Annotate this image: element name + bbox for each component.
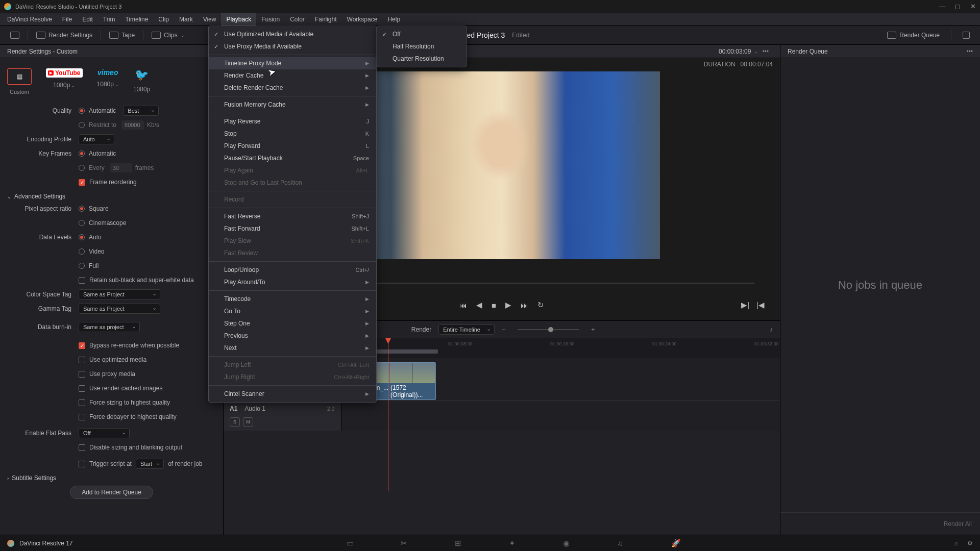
media-page-button[interactable]: ▭ xyxy=(347,539,356,548)
color-page-button[interactable]: ◉ xyxy=(563,539,572,548)
queue-options-button[interactable]: ••• xyxy=(966,45,973,58)
pixel-cinema-radio[interactable] xyxy=(79,220,85,226)
menu-clip[interactable]: Clip xyxy=(153,13,174,26)
menu-next[interactable]: Next▶ xyxy=(209,342,376,354)
home-button[interactable]: ⌂ xyxy=(954,540,958,547)
gamma-tag-select[interactable]: Same as Project xyxy=(79,304,160,314)
menu-play-around[interactable]: Play Around/To▶ xyxy=(209,276,376,288)
quick-export-button[interactable] xyxy=(5,30,24,41)
submenu-off[interactable]: ✓Off xyxy=(377,28,466,40)
menu-previous[interactable]: Previous▶ xyxy=(209,330,376,342)
render-settings-button[interactable]: Render Settings xyxy=(31,30,97,41)
encoding-profile-select[interactable]: Auto xyxy=(79,134,114,144)
keyframes-every-radio[interactable] xyxy=(79,165,85,171)
audio-meter-button[interactable]: ♪ xyxy=(770,326,773,333)
next-clip-button[interactable]: ▶| xyxy=(741,300,749,310)
menu-render-cache[interactable]: Render Cache▶ xyxy=(209,69,376,82)
viewer-options-button[interactable]: ••• xyxy=(758,48,773,55)
menu-stop[interactable]: StopK xyxy=(209,128,376,140)
loop-button[interactable]: ↻ xyxy=(537,300,544,310)
frame-reordering-checkbox[interactable] xyxy=(79,179,85,186)
data-video-radio[interactable] xyxy=(79,248,85,255)
kbps-input[interactable]: 80000 xyxy=(121,120,144,130)
menu-use-proxy[interactable]: ✓Use Proxy Media if Available xyxy=(209,40,376,53)
fusion-page-button[interactable]: ✦ xyxy=(509,539,518,548)
preset-youtube[interactable]: YouTube 1080p⌄ xyxy=(46,68,83,95)
data-auto-radio[interactable] xyxy=(79,234,85,240)
menu-trim[interactable]: Trim xyxy=(98,13,120,26)
trigger-select[interactable]: Start xyxy=(136,459,164,469)
data-burn-select[interactable]: Same as project xyxy=(79,322,140,332)
force-debayer-checkbox[interactable] xyxy=(79,414,85,420)
clips-button[interactable]: Clips⌄ xyxy=(146,30,190,41)
color-space-select[interactable]: Same as Project xyxy=(79,289,160,299)
render-range-select[interactable]: Entire Timeline xyxy=(438,324,495,335)
disable-sizing-checkbox[interactable] xyxy=(79,444,85,451)
minimize-button[interactable]: — xyxy=(939,4,945,10)
menu-playback[interactable]: Playback xyxy=(221,13,256,26)
menu-fusion[interactable]: Fusion xyxy=(256,13,285,26)
prev-clip-button[interactable]: |◀ xyxy=(756,300,765,310)
menu-pause[interactable]: Pause/Start PlaybackSpace xyxy=(209,152,376,164)
cut-page-button[interactable]: ✂ xyxy=(401,539,410,548)
preset-vimeo[interactable]: vimeo 1080p⌄ xyxy=(97,68,119,95)
menu-fast-forward[interactable]: Fast ForwardShift+L xyxy=(209,222,376,235)
use-proxy-checkbox[interactable] xyxy=(79,371,85,378)
use-optimized-checkbox[interactable] xyxy=(79,357,85,363)
menu-mark[interactable]: Mark xyxy=(174,13,198,26)
quality-select[interactable]: Best xyxy=(123,106,159,116)
quality-restrict-radio[interactable] xyxy=(79,122,85,128)
menu-loop[interactable]: Loop/UnloopCtrl+/ xyxy=(209,264,376,276)
stop-button[interactable]: ■ xyxy=(492,301,496,310)
bypass-checkbox[interactable] xyxy=(79,342,85,349)
menu-workspace[interactable]: Workspace xyxy=(342,13,383,26)
use-cached-checkbox[interactable] xyxy=(79,385,85,392)
retain-subblack-checkbox[interactable] xyxy=(79,277,85,284)
edit-page-button[interactable]: ⊞ xyxy=(455,539,464,548)
render-queue-button[interactable]: Render Queue xyxy=(882,30,945,41)
flat-pass-select[interactable]: Off xyxy=(79,428,130,438)
data-full-radio[interactable] xyxy=(79,263,85,269)
menu-davinci[interactable]: DaVinci Resolve xyxy=(2,13,57,26)
playhead[interactable] xyxy=(388,338,388,491)
menu-use-optimized[interactable]: ✓Use Optimized Media if Available xyxy=(209,28,376,40)
zoom-in-button[interactable]: + xyxy=(591,326,595,333)
menu-step-one[interactable]: Step One▶ xyxy=(209,317,376,330)
menu-file[interactable]: File xyxy=(57,13,77,26)
menu-view[interactable]: View xyxy=(198,13,222,26)
trigger-script-checkbox[interactable] xyxy=(79,461,85,467)
menu-play-reverse[interactable]: Play ReverseJ xyxy=(209,115,376,128)
menu-play-forward[interactable]: Play ForwardL xyxy=(209,140,376,152)
menu-edit[interactable]: Edit xyxy=(77,13,98,26)
menu-delete-cache[interactable]: Delete Render Cache▶ xyxy=(209,82,376,94)
play-button[interactable]: ▶ xyxy=(505,300,511,310)
step-back-button[interactable]: ◀ xyxy=(476,300,482,310)
fairlight-page-button[interactable]: ♫ xyxy=(617,539,626,548)
preset-twitter[interactable]: 🐦 1080p xyxy=(133,68,150,95)
submenu-quarter[interactable]: Quarter Resolution xyxy=(377,53,466,65)
menu-help[interactable]: Help xyxy=(382,13,405,26)
menu-proxy-mode[interactable]: Timeline Proxy Mode▶ xyxy=(209,57,376,69)
close-button[interactable]: ✕ xyxy=(970,4,976,10)
project-settings-button[interactable]: ⚙ xyxy=(967,540,973,547)
solo-button[interactable]: S xyxy=(230,417,240,427)
menu-fairlight[interactable]: Fairlight xyxy=(310,13,342,26)
menu-cintel[interactable]: Cintel Scanner▶ xyxy=(209,388,376,400)
go-to-end-button[interactable]: ⏭ xyxy=(521,301,528,310)
menu-timecode[interactable]: Timecode▶ xyxy=(209,293,376,305)
deliver-page-button[interactable]: 🚀 xyxy=(671,539,680,548)
expand-button[interactable] xyxy=(958,30,975,41)
tape-button[interactable]: Tape xyxy=(104,30,140,41)
advanced-settings-header[interactable]: Advanced Settings xyxy=(7,193,216,200)
maximize-button[interactable]: ◻ xyxy=(954,4,961,10)
go-to-start-button[interactable]: ⏮ xyxy=(459,301,467,310)
force-sizing-checkbox[interactable] xyxy=(79,399,85,406)
quality-automatic-radio[interactable] xyxy=(79,108,85,114)
submenu-half[interactable]: Half Resolution xyxy=(377,40,466,53)
zoom-out-button[interactable]: − xyxy=(502,326,505,333)
viewer-timecode[interactable]: 00:00:03:09 xyxy=(719,48,751,55)
menu-fusion-cache[interactable]: Fusion Memory Cache▶ xyxy=(209,98,376,111)
menu-color[interactable]: Color xyxy=(285,13,310,26)
subtitle-settings-header[interactable]: Subtitle Settings xyxy=(7,474,216,482)
add-to-render-queue-button[interactable]: Add to Render Queue xyxy=(70,486,153,499)
